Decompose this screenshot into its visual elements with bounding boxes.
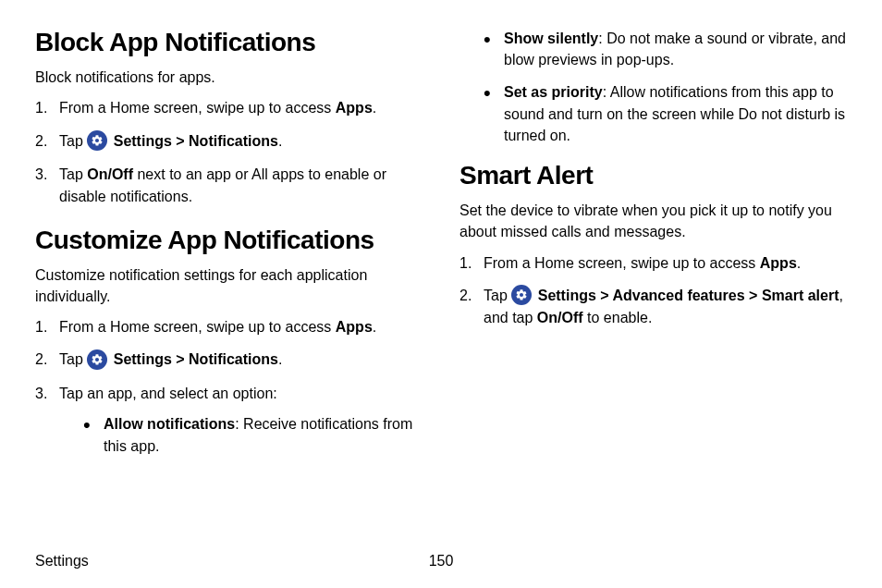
bold-text: >: [172, 133, 189, 149]
list-item: Allow notifications: Receive notificatio…: [80, 413, 423, 456]
bold-text: Settings: [114, 351, 172, 367]
step-item: Tap Settings > Notifications.: [35, 130, 423, 153]
bold-text: Allow notifications: [104, 416, 235, 432]
bold-text: >: [172, 351, 189, 367]
footer-page-number: 150: [429, 550, 454, 571]
step-text: Tap: [59, 351, 87, 367]
settings-icon: [87, 130, 107, 151]
heading-customize-app-notifications: Customize App Notifications: [35, 226, 423, 255]
step-item: From a Home screen, swipe up to access A…: [459, 252, 847, 274]
settings-icon: [87, 349, 107, 370]
step-item: From a Home screen, swipe up to access A…: [35, 97, 423, 118]
step-item: Tap Settings > Notifications.: [35, 349, 423, 372]
footer-section-label: Settings: [35, 550, 89, 571]
step-text: .: [278, 351, 282, 367]
bold-text: >: [596, 288, 613, 303]
bold-text: Settings: [114, 133, 172, 149]
section-customize-app-notifications: Customize App Notifications Customize no…: [35, 226, 423, 457]
step-text: .: [797, 255, 801, 271]
page-columns: Block App Notifications Block notificati…: [35, 28, 847, 475]
bold-text: Apps: [336, 319, 373, 335]
bold-text: Show silently: [504, 31, 598, 46]
intro-text: Set the device to vibrate when you pick …: [459, 200, 847, 242]
step-text: Tap an app, and select an option:: [59, 386, 277, 401]
step-text: From a Home screen, swipe up to access: [484, 255, 760, 271]
step-text: Tap: [484, 288, 511, 303]
step-text: .: [278, 133, 282, 149]
step-text: .: [373, 100, 376, 116]
right-column: Show silently: Do not make a sound or vi…: [459, 28, 847, 475]
bold-text: Settings: [538, 288, 596, 303]
step-text: From a Home screen, swipe up to access: [59, 100, 336, 116]
section-smart-alert: Smart Alert Set the device to vibrate wh…: [459, 161, 847, 329]
section-block-app-notifications: Block App Notifications Block notificati…: [35, 28, 423, 207]
step-text: to enable.: [583, 310, 653, 325]
list-item: Show silently: Do not make a sound or vi…: [480, 28, 847, 70]
options-list: Allow notifications: Receive notificatio…: [80, 413, 423, 456]
bold-text: Set as priority: [504, 84, 603, 100]
step-text: From a Home screen, swipe up to access: [59, 319, 336, 335]
steps-list: From a Home screen, swipe up to access A…: [459, 252, 847, 329]
intro-text: Customize notification settings for each…: [35, 264, 423, 307]
heading-block-app-notifications: Block App Notifications: [35, 28, 423, 57]
step-item: From a Home screen, swipe up to access A…: [35, 316, 423, 337]
step-text: Tap: [59, 133, 87, 149]
bold-text: On/Off: [537, 310, 583, 325]
bold-text: On/Off: [87, 166, 133, 182]
step-item: Tap Settings > Advanced features > Smart…: [459, 285, 847, 329]
bold-text: Advanced features: [612, 288, 744, 303]
step-item: Tap On/Off next to an app or All apps to…: [35, 164, 423, 206]
settings-icon: [511, 285, 532, 305]
bold-text: >: [745, 288, 762, 303]
bold-text: Apps: [336, 100, 373, 116]
heading-smart-alert: Smart Alert: [459, 161, 847, 190]
options-list-continued: Show silently: Do not make a sound or vi…: [480, 28, 847, 146]
page-footer: Settings 150: [35, 550, 847, 571]
bold-text: Notifications: [189, 351, 278, 367]
step-text: .: [373, 319, 376, 335]
step-text: Tap: [59, 166, 87, 182]
step-item: Tap an app, and select an option: Allow …: [35, 383, 423, 457]
intro-text: Block notifications for apps.: [35, 67, 423, 88]
bold-text: Smart alert: [762, 288, 839, 303]
steps-list: From a Home screen, swipe up to access A…: [35, 97, 423, 206]
list-item: Set as priority: Allow notifications fro…: [480, 81, 847, 146]
steps-list: From a Home screen, swipe up to access A…: [35, 316, 423, 457]
bold-text: Notifications: [189, 133, 278, 149]
left-column: Block App Notifications Block notificati…: [35, 28, 423, 475]
bold-text: Apps: [760, 255, 797, 271]
